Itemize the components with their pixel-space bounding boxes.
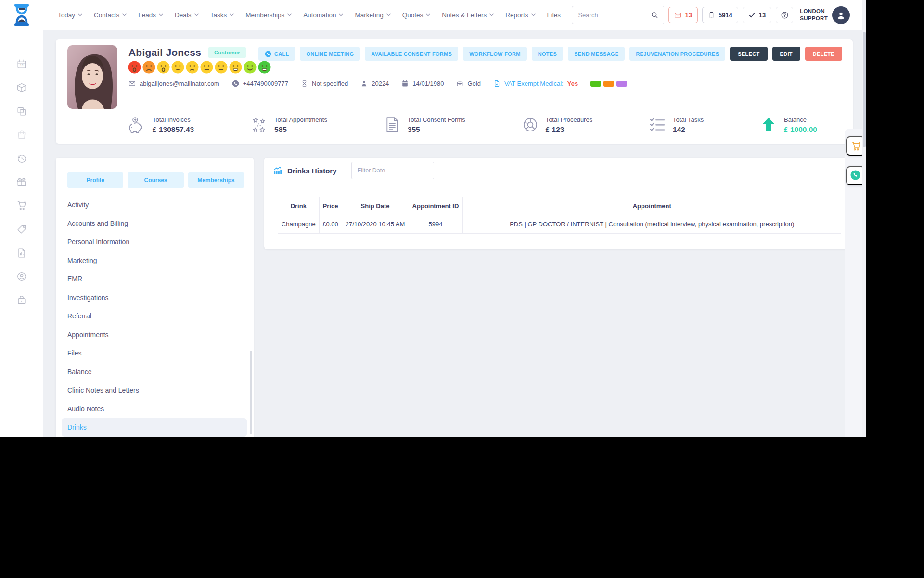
confetti-icon xyxy=(250,116,268,134)
filter-date-input[interactable] xyxy=(351,162,434,179)
panel-scrollbar-thumb[interactable] xyxy=(250,351,252,434)
mood-emoji-face[interactable] xyxy=(215,61,228,74)
mood-emoji-face[interactable] xyxy=(229,61,242,74)
nav-menu-item[interactable]: Contacts xyxy=(94,12,127,19)
cart-icon[interactable] xyxy=(16,200,27,211)
stat-label: Total Procedures xyxy=(546,116,593,123)
nav-menu-item[interactable]: Reports xyxy=(505,12,535,19)
profile-menu-item[interactable]: Clinic Notes and Letters xyxy=(62,381,247,400)
profile-tab[interactable]: Courses xyxy=(128,172,183,188)
cell-appointment: PDS | GP DOCTOR / INTERNIST | Consultati… xyxy=(462,215,841,234)
action-button[interactable]: WORKFLOW FORM xyxy=(463,47,527,61)
stat-value: £ 130857.43 xyxy=(153,125,194,134)
contact-field: Not specified xyxy=(301,80,348,87)
shopping-bag-icon[interactable] xyxy=(16,130,27,140)
indicator-badge[interactable]: 13 xyxy=(668,7,697,23)
mood-emoji-face[interactable] xyxy=(128,61,141,74)
profile-menu-item[interactable]: Activity xyxy=(62,196,247,214)
nav-menu-item[interactable]: Leads xyxy=(138,12,163,19)
page-scrollbar-thumb[interactable] xyxy=(863,32,866,147)
page-scrollbar[interactable] xyxy=(862,0,866,437)
history-icon[interactable] xyxy=(16,153,27,164)
profile-menu-item[interactable]: Marketing xyxy=(62,251,247,270)
indicator-badge[interactable]: 13 xyxy=(743,7,771,23)
action-button[interactable]: REJUVENATION PROCEDURES xyxy=(629,47,725,61)
icon-sidebar: 12 xyxy=(0,30,43,437)
action-button-label: ONLINE MEETING xyxy=(306,51,354,57)
profile-menu-item[interactable]: Accounts and Billing xyxy=(62,214,247,233)
user-circle-icon[interactable] xyxy=(16,271,27,282)
action-button[interactable]: SELECT xyxy=(730,47,767,61)
price-tag-icon[interactable] xyxy=(16,224,27,235)
profile-photo[interactable] xyxy=(67,45,117,109)
mood-emoji-face[interactable] xyxy=(258,61,271,74)
table-row[interactable]: Champagne £0.00 27/10/2020 10:45 AM 5994… xyxy=(278,215,841,234)
mood-emoji-face[interactable] xyxy=(171,61,184,74)
help-button[interactable] xyxy=(776,7,793,23)
profile-menu-item[interactable]: Referral xyxy=(62,307,247,326)
tag-chip[interactable] xyxy=(603,81,614,87)
nav-item-label: Contacts xyxy=(94,12,119,19)
profile-menu-item[interactable]: Balance xyxy=(62,363,247,381)
tag-chip[interactable] xyxy=(590,81,601,87)
indicator-badge[interactable]: 5914 xyxy=(702,7,738,23)
action-button[interactable]: SEND MESSAGE xyxy=(568,47,625,61)
user-avatar[interactable] xyxy=(832,6,850,24)
profile-menu-item[interactable]: Drinks xyxy=(62,418,247,437)
nav-menu-item[interactable]: Automation xyxy=(303,12,343,19)
copy-icon[interactable] xyxy=(16,106,27,117)
nav-menu-item[interactable]: Notes & Letters xyxy=(442,12,494,19)
profile-menu-item[interactable]: EMR xyxy=(62,270,247,289)
profile-menu-item[interactable]: Files xyxy=(62,344,247,363)
mood-emoji-face[interactable] xyxy=(157,61,170,74)
profile-menu-item[interactable]: Appointments xyxy=(62,326,247,344)
profile-tab[interactable]: Memberships xyxy=(188,172,244,188)
mood-emoji-face[interactable] xyxy=(200,61,213,74)
stat-label: Total Consent Forms xyxy=(408,116,465,123)
action-button[interactable]: EDIT xyxy=(772,47,800,61)
app-window: Today Contacts Leads xyxy=(0,0,866,437)
contact-field: +447490009777 xyxy=(232,80,288,87)
profile-tab[interactable]: Profile xyxy=(67,172,123,188)
mood-emoji-face[interactable] xyxy=(244,61,257,74)
report-icon[interactable] xyxy=(16,248,27,258)
nav-menu-item[interactable]: Tasks xyxy=(210,12,234,19)
profile-menu-item[interactable]: Investigations xyxy=(62,289,247,307)
whatsapp-icon xyxy=(850,170,861,183)
nav-menu-item[interactable]: Quotes xyxy=(402,12,431,19)
contact-field: Gold xyxy=(456,80,480,87)
mood-emoji-face[interactable] xyxy=(142,61,155,74)
nav-item-label: Leads xyxy=(138,12,156,19)
contact-actions: CALL ONLINE MEETING AVAILABLE CONSENT FO… xyxy=(258,47,842,61)
profile-menu-item[interactable]: Personal Information xyxy=(62,233,247,251)
package-icon[interactable] xyxy=(16,82,27,93)
contact-field: 20224 xyxy=(360,80,389,87)
gift-icon[interactable] xyxy=(16,177,27,187)
action-button[interactable]: NOTES xyxy=(532,47,563,61)
tag-chip[interactable] xyxy=(616,81,627,87)
profile-menu-item-label: Referral xyxy=(67,312,91,320)
action-button[interactable]: DELETE xyxy=(805,47,842,61)
task-list-icon xyxy=(648,116,667,134)
lock-icon[interactable] xyxy=(16,295,27,305)
action-button-label: NOTES xyxy=(538,51,557,57)
search-button[interactable] xyxy=(645,6,664,24)
indicator-count: 13 xyxy=(759,12,766,19)
main-nav: Today Contacts Leads xyxy=(58,12,561,19)
action-button[interactable]: CALL xyxy=(258,47,295,61)
nav-menu-item[interactable]: Marketing xyxy=(355,12,390,19)
contact-field-text: VAT Exempt Medical: xyxy=(504,80,564,87)
stat-value: 355 xyxy=(408,125,465,134)
nav-menu-item[interactable]: Today xyxy=(58,12,82,19)
action-button[interactable]: AVAILABLE CONSENT FORMS xyxy=(365,47,458,61)
search-input[interactable] xyxy=(572,6,645,24)
nav-menu-item[interactable]: Memberships xyxy=(245,12,292,19)
profile-menu-item[interactable]: Audio Notes xyxy=(62,400,247,419)
hourglass-logo-icon[interactable] xyxy=(13,3,31,26)
calendar-date-icon[interactable]: 12 xyxy=(16,59,27,69)
nav-menu-item[interactable]: Files xyxy=(547,12,561,19)
mood-emoji-face[interactable] xyxy=(186,61,199,74)
action-button[interactable]: ONLINE MEETING xyxy=(300,47,360,61)
nav-menu-item[interactable]: Deals xyxy=(175,12,199,19)
screen: Today Contacts Leads xyxy=(0,0,924,578)
